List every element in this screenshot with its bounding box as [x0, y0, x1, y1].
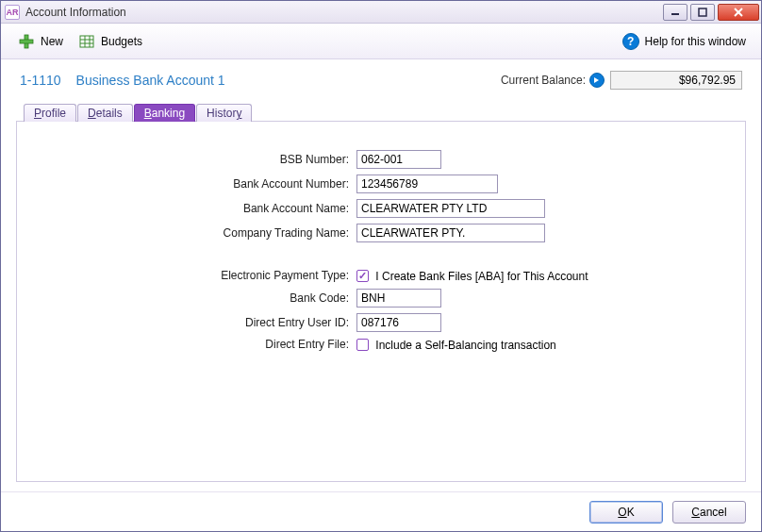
new-button-label: New: [41, 35, 63, 48]
bsb-label: BSB Number:: [36, 153, 356, 166]
help-button-label: Help for this window: [645, 35, 746, 48]
tab-container: Profile Details Banking History BSB Numb…: [16, 103, 746, 482]
bank-account-number-input[interactable]: [356, 175, 498, 193]
new-button[interactable]: New: [10, 29, 71, 54]
help-button[interactable]: ? Help for this window: [617, 29, 752, 54]
electronic-payment-checkbox-label: I Create Bank Files [ABA] for This Accou…: [375, 270, 588, 283]
app-icon: AR: [5, 5, 20, 20]
svg-rect-6: [80, 36, 93, 47]
window-frame: AR Account Information New Budgets: [0, 0, 762, 532]
tab-details[interactable]: Details: [77, 104, 133, 122]
account-header: 1-1110 Business Bank Account 1 Current B…: [16, 71, 746, 90]
company-trading-name-label: Company Trading Name:: [36, 226, 356, 240]
electronic-payment-checkbox-row: I Create Bank Files [ABA] for This Accou…: [356, 269, 588, 283]
help-icon: ?: [622, 33, 639, 50]
titlebar[interactable]: AR Account Information: [1, 1, 761, 24]
tab-profile[interactable]: Profile: [24, 104, 76, 122]
direct-entry-user-id-label: Direct Entry User ID:: [36, 316, 356, 329]
arrow-right-icon[interactable]: [589, 73, 605, 88]
direct-entry-file-checkbox-row: Include a Self-Balancing transaction: [356, 338, 556, 352]
tab-history[interactable]: History: [196, 104, 252, 122]
window-controls: [663, 4, 759, 21]
minimize-button[interactable]: [663, 4, 687, 21]
direct-entry-file-label: Direct Entry File:: [36, 338, 356, 351]
close-icon: [733, 8, 744, 17]
dialog-footer: OK Cancel: [1, 491, 761, 531]
direct-entry-file-checkbox-label: Include a Self-Balancing transaction: [375, 339, 555, 352]
spreadsheet-icon: [78, 33, 95, 50]
electronic-payment-checkbox[interactable]: [356, 270, 369, 282]
banking-panel: BSB Number: Bank Account Number: Bank Ac…: [16, 121, 746, 482]
bank-code-label: Bank Code:: [36, 291, 356, 305]
budgets-button-label: Budgets: [101, 35, 142, 48]
window-title: Account Information: [25, 6, 663, 19]
bsb-input[interactable]: [356, 150, 441, 169]
minimize-icon: [671, 8, 680, 17]
bank-account-name-label: Bank Account Name:: [36, 202, 356, 215]
balance-value: $96,792.95: [610, 71, 742, 90]
maximize-button[interactable]: [690, 4, 715, 21]
ok-button[interactable]: OK: [589, 501, 663, 524]
content-area: 1-1110 Business Bank Account 1 Current B…: [1, 59, 761, 491]
close-button[interactable]: [718, 4, 759, 21]
tab-banking[interactable]: Banking: [134, 104, 195, 122]
budgets-button[interactable]: Budgets: [71, 29, 150, 54]
company-trading-name-input[interactable]: [356, 224, 545, 242]
direct-entry-file-checkbox[interactable]: [356, 339, 369, 351]
electronic-payment-type-label: Electronic Payment Type:: [36, 269, 356, 282]
toolbar: New Budgets ? Help for this window: [1, 24, 761, 59]
direct-entry-user-id-input[interactable]: [356, 313, 441, 332]
cancel-button[interactable]: Cancel: [672, 501, 746, 524]
account-number: 1-1110: [20, 73, 61, 88]
svg-rect-5: [20, 40, 33, 43]
bank-code-input[interactable]: [356, 289, 441, 308]
tab-strip: Profile Details Banking History: [24, 103, 746, 121]
balance-label: Current Balance:: [501, 74, 586, 87]
bank-account-number-label: Bank Account Number:: [36, 177, 356, 191]
plus-icon: [18, 33, 35, 50]
bank-account-name-input[interactable]: [356, 199, 545, 218]
account-name: Business Bank Account 1: [76, 73, 501, 88]
maximize-icon: [698, 8, 707, 17]
svg-rect-1: [699, 8, 706, 16]
